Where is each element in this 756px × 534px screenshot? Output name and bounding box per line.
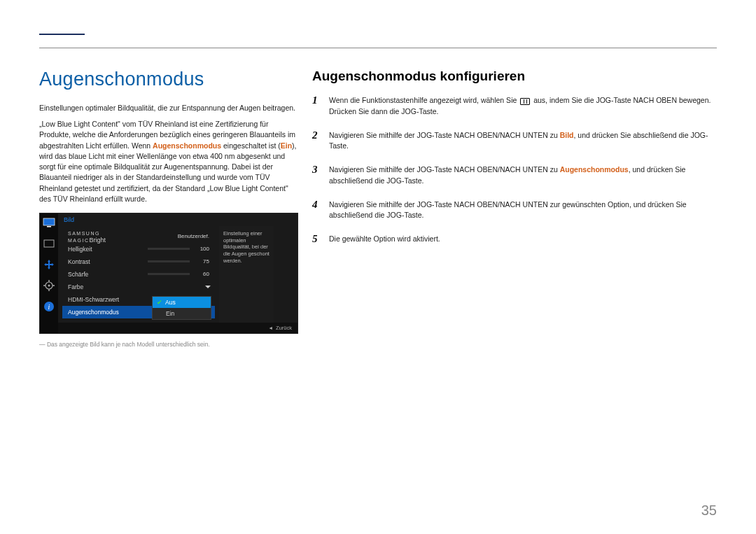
move-icon [43, 258, 55, 271]
step-1: 1 Wenn die Funktionstastenhilfe angezeig… [312, 95, 717, 118]
svg-rect-0 [43, 218, 55, 225]
left-column: Augenschonmodus Einstellungen optimaler … [39, 69, 298, 348]
osd-sidebar: i [40, 213, 58, 333]
osd-option-aus: ✔Aus [153, 297, 211, 308]
description-paragraph: „Low Blue Light Content" vom TÜV Rheinla… [39, 119, 298, 204]
osd-row-farbe: Farbe [62, 281, 215, 293]
osd-row-magicbright: SAMSUNGMAGICBright Benutzerdef. [62, 230, 215, 243]
svg-rect-2 [44, 240, 54, 247]
svg-point-4 [48, 284, 50, 286]
check-icon: ✔ [157, 299, 162, 306]
right-column: Augenschonmodus konfigurieren 1 Wenn die… [312, 69, 717, 348]
menu-icon [520, 98, 530, 105]
osd-row-kontrast: Kontrast 75 [62, 255, 215, 268]
monitor-icon [43, 216, 55, 229]
header-rule [39, 48, 717, 48]
step-5: 5 Die gewählte Option wird aktiviert. [312, 234, 717, 245]
osd-footer: ◄Zurück [58, 323, 298, 333]
step-2: 2 Navigieren Sie mithilfe der JOG-Taste … [312, 130, 717, 153]
osd-row-schaerfe: Schärfe 60 [62, 268, 215, 281]
page-number: 35 [701, 503, 717, 519]
osd-option-ein: Ein [153, 308, 211, 319]
info-icon: i [43, 300, 55, 313]
image-footnote: ― Das angezeigte Bild kann je nach Model… [39, 341, 298, 348]
svg-rect-1 [47, 226, 51, 227]
intro-paragraph: Einstellungen optimaler Bildqualität, di… [39, 103, 298, 113]
step-3: 3 Navigieren Sie mithilfe der JOG-Taste … [312, 164, 717, 187]
step-4: 4 Navigieren Sie mithilfe der JOG-Taste … [312, 199, 717, 222]
back-arrow-icon: ◄ [268, 325, 273, 330]
page-title: Augenschonmodus [39, 69, 298, 90]
osd-row-helligkeit: Helligkeit 100 [62, 243, 215, 255]
svg-text:i: i [48, 303, 50, 311]
osd-description: Einstellung einer optimalen Bildqualität… [219, 226, 274, 323]
header-bar [39, 34, 85, 55]
gear-icon [43, 279, 55, 292]
osd-tab-label: Bild [58, 213, 100, 226]
frame-icon [43, 237, 55, 250]
osd-screenshot: i Bild SAMSUNGMAGICBright Benutzerdef. [39, 213, 298, 334]
chevron-right-icon [205, 286, 211, 288]
osd-popup: ✔Aus Ein [152, 296, 211, 320]
section-heading: Augenschonmodus konfigurieren [312, 69, 717, 84]
